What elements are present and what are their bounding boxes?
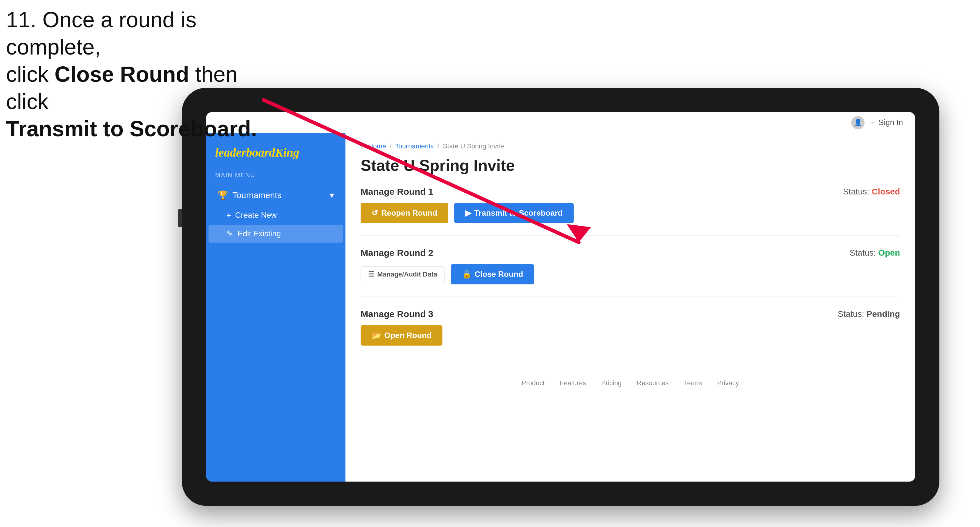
round-2-actions: ☰ Manage/Audit Data 🔒 Close Round [361,264,900,284]
round-2-title: Manage Round 2 [361,248,433,258]
main-layout: leaderboardKing MAIN MENU 🏆 Tournaments … [206,133,915,482]
sidebar-sub-item-edit-existing[interactable]: ✎ Edit Existing [208,225,343,243]
avatar-icon: 👤 [851,116,865,129]
chevron-down-icon: ▾ [330,190,334,200]
breadcrumb-home-link[interactable]: Home [368,142,386,150]
round-2-status-label: Status: [850,248,876,257]
round-3-header: Manage Round 3 Status: Pending [361,309,900,319]
sign-in-label: → [867,118,875,127]
close-icon: 🔒 [462,270,471,279]
round-1-header: Manage Round 1 Status: Closed [361,187,900,197]
breadcrumb: ⌂ Home / Tournaments / State U Spring In… [361,142,900,150]
round-1-status: Status: Closed [843,187,900,197]
sidebar-item-tournaments[interactable]: 🏆 Tournaments ▾ [208,185,343,206]
logo-leaderboard: leaderboard [215,146,275,159]
instruction-line1: 11. Once a round is complete, [6,8,196,59]
round-2-section: Manage Round 2 Status: Open ☰ Manage/Aud… [361,248,900,297]
round-3-title: Manage Round 3 [361,309,433,319]
user-icon: 👤 [854,119,862,127]
sign-in-button[interactable]: 👤 → Sign In [851,116,903,129]
round-3-status: Status: Pending [838,309,900,319]
instruction-bold1: Close Round [54,62,189,86]
round-3-status-value: Pending [867,309,900,319]
content-area: ⌂ Home / Tournaments / State U Spring In… [345,133,915,482]
transmit-to-scoreboard-button[interactable]: ▶ Transmit to Scoreboard [454,203,574,223]
footer-features[interactable]: Features [560,379,586,387]
transmit-label: Transmit to Scoreboard [474,208,563,218]
footer: Product Features Pricing Resources Terms… [361,370,900,396]
tablet-frame: 👤 → Sign In leaderboardKing MAIN MENU 🏆 [182,88,939,506]
transmit-icon: ▶ [465,208,471,218]
instruction-line2: click [6,62,54,86]
instruction-bold2: Transmit to Scoreboard. [6,117,257,141]
footer-resources[interactable]: Resources [637,379,668,387]
breadcrumb-sep2: / [437,142,439,150]
tablet-screen: 👤 → Sign In leaderboardKing MAIN MENU 🏆 [206,112,915,482]
close-label: Close Round [474,270,523,279]
audit-label: Manage/Audit Data [377,270,437,278]
sidebar-tournaments-label: Tournaments [232,190,282,200]
logo-area: leaderboardKing [206,139,345,169]
round-2-header: Manage Round 2 Status: Open [361,248,900,258]
round-1-status-label: Status: [843,187,869,196]
plus-icon: + [227,211,231,220]
round-3-section: Manage Round 3 Status: Pending 📂 Open Ro… [361,309,900,358]
breadcrumb-current: State U Spring Invite [443,142,504,150]
round-1-status-value: Closed [872,187,900,196]
round-3-actions: 📂 Open Round [361,325,900,346]
open-icon: 📂 [372,331,381,340]
sidebar-item-left: 🏆 Tournaments [218,190,282,200]
sidebar-sub-item-create-new[interactable]: + Create New [208,206,343,224]
round-1-section: Manage Round 1 Status: Closed ↺ Reopen R… [361,187,900,236]
footer-pricing[interactable]: Pricing [601,379,622,387]
page-title: State U Spring Invite [361,156,900,175]
reopen-icon: ↺ [372,208,378,218]
top-bar: 👤 → Sign In [206,112,915,133]
breadcrumb-home-icon: ⌂ [361,142,364,150]
breadcrumb-sep1: / [390,142,391,150]
breadcrumb-tournaments-link[interactable]: Tournaments [395,142,434,150]
open-label: Open Round [384,331,431,340]
round-1-actions: ↺ Reopen Round ▶ Transmit to Scoreboard [361,203,900,223]
create-new-label: Create New [235,211,277,220]
sidebar: leaderboardKing MAIN MENU 🏆 Tournaments … [206,133,345,482]
sign-in-text: Sign In [878,118,903,127]
audit-icon: ☰ [368,270,374,278]
footer-product[interactable]: Product [522,379,544,387]
logo: leaderboardKing [215,145,336,160]
manage-audit-button[interactable]: ☰ Manage/Audit Data [361,267,445,282]
round-2-status: Status: Open [850,248,900,258]
round-1-title: Manage Round 1 [361,187,433,197]
round-3-status-label: Status: [838,309,864,319]
edit-existing-label: Edit Existing [237,229,281,238]
round-2-status-value: Open [878,248,900,257]
logo-king: King [275,146,299,159]
edit-icon: ✎ [227,229,233,238]
reopen-label: Reopen Round [381,208,437,218]
open-round-button[interactable]: 📂 Open Round [361,325,442,346]
footer-terms[interactable]: Terms [684,379,702,387]
footer-privacy[interactable]: Privacy [717,379,739,387]
close-round-button[interactable]: 🔒 Close Round [451,264,534,284]
main-menu-label: MAIN MENU [206,169,345,182]
instruction-block: 11. Once a round is complete, click Clos… [6,6,279,142]
trophy-icon: 🏆 [218,190,228,200]
reopen-round-button[interactable]: ↺ Reopen Round [361,203,448,223]
